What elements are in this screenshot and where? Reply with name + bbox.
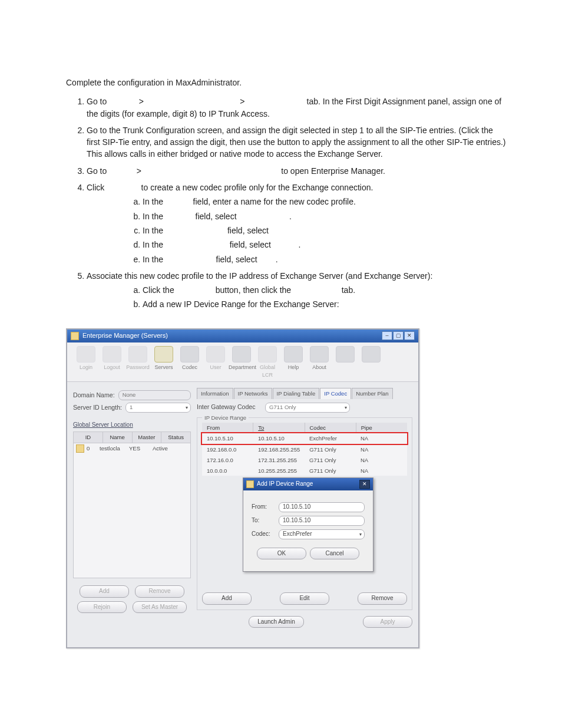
- help-icon: [284, 346, 303, 363]
- setmaster-button[interactable]: Set As Master: [133, 601, 187, 614]
- toolbar-blank1[interactable]: [332, 346, 358, 379]
- col-from[interactable]: From: [202, 423, 253, 433]
- step-5a: Click the button, then click the tab.: [143, 284, 506, 296]
- dlg-from-input[interactable]: 10.10.5.10: [279, 502, 365, 512]
- col-name[interactable]: Name: [103, 432, 133, 443]
- tab-ip-networks[interactable]: IP Networks: [234, 388, 272, 399]
- dlg-codec-label: Codec:: [252, 530, 275, 539]
- step-3: Go to > to open Enterprise Manager.: [87, 165, 506, 177]
- rejoin-button[interactable]: Rejoin: [77, 601, 127, 614]
- col-master[interactable]: Master: [133, 432, 162, 443]
- step-4e: In the field, select .: [143, 253, 506, 265]
- server-icon: [76, 444, 84, 453]
- toolbar: LoginLogoutPasswordServersCodecUserDepar…: [67, 342, 418, 382]
- dlg-to-input[interactable]: 10.10.5.10: [279, 516, 365, 526]
- domain-label: Domain Name:: [73, 391, 115, 400]
- tab-ip-codec[interactable]: IP Codec: [320, 388, 351, 399]
- window-title: Enterprise Manager (Servers): [82, 331, 168, 341]
- toolbar-about[interactable]: About: [306, 346, 332, 379]
- step-5b: Add a new IP Device Range for the Exchan…: [143, 298, 506, 310]
- dlg-codec-combo[interactable]: ExchPrefer▾: [279, 529, 365, 539]
- chevron-down-icon: ▾: [345, 404, 347, 411]
- dialog-close-button[interactable]: ✕: [359, 480, 370, 489]
- step-4: Click to create a new codec profile only…: [87, 182, 506, 265]
- gsl-heading: Global Server Location: [73, 421, 191, 430]
- step-4d: In the field, select .: [143, 239, 506, 251]
- department-icon: [232, 346, 251, 363]
- maximize-button[interactable]: ▢: [393, 331, 404, 340]
- col-to[interactable]: To: [253, 423, 305, 433]
- dialog-title: Add IP Device Range: [257, 480, 313, 489]
- dialog-titlebar[interactable]: Add IP Device Range ✕: [243, 478, 373, 490]
- app-icon: [71, 332, 79, 340]
- range-remove-button[interactable]: Remove: [358, 592, 407, 605]
- minimize-button[interactable]: –: [382, 331, 392, 340]
- range-edit-button[interactable]: Edit: [280, 592, 329, 605]
- toolbar-password[interactable]: Password: [125, 346, 151, 379]
- col-status[interactable]: Status: [161, 432, 190, 443]
- step-2: Go to the Trunk Configuration screen, an…: [87, 124, 506, 160]
- serverid-combo[interactable]: 1▾: [125, 403, 191, 413]
- about-icon: [310, 346, 329, 363]
- step-5: Associate this new codec profile to the …: [87, 270, 506, 311]
- domain-field[interactable]: None: [118, 390, 191, 400]
- server-grid[interactable]: ID Name Master Status 0 testlocla YES Ac…: [73, 431, 191, 578]
- launch-admin-button[interactable]: Launch Admin: [249, 616, 303, 628]
- codec-icon: [180, 346, 199, 363]
- apply-button[interactable]: Apply: [363, 616, 412, 628]
- dlg-cancel-button[interactable]: Cancel: [310, 548, 359, 560]
- step-1: Go to > > tab. In the First Digit Assign…: [87, 95, 506, 120]
- servers-icon: [154, 346, 173, 363]
- user-icon: [206, 346, 225, 363]
- toolbar-servers[interactable]: Servers: [151, 346, 177, 379]
- java-icon: [246, 480, 254, 488]
- enterprise-manager-window: Enterprise Manager (Servers) – ▢ ✕ Login…: [66, 328, 419, 648]
- tab-number-plan[interactable]: Number Plan: [352, 388, 392, 399]
- titlebar[interactable]: Enterprise Manager (Servers) – ▢ ✕: [67, 330, 418, 342]
- login-icon: [77, 346, 95, 363]
- toolbar-login[interactable]: Login: [73, 346, 99, 379]
- toolbar-globallcr[interactable]: Global LCR: [254, 346, 280, 379]
- ip-range-grid[interactable]: From To Codec Pipe 10.10.5.1010.10.5.10E…: [202, 423, 407, 476]
- add-ip-range-dialog: Add IP Device Range ✕ From:10.10.5.10 To…: [243, 477, 373, 572]
- toolbar-department[interactable]: Department: [229, 346, 254, 379]
- toolbar-codec[interactable]: Codec: [177, 346, 203, 379]
- server-row[interactable]: 0 testlocla YES Active: [74, 443, 190, 454]
- tabs: InformationIP NetworksIP Dialing TableIP…: [197, 388, 412, 399]
- intergw-label: Inter Gateway Codec: [197, 403, 262, 411]
- serverid-label: Server ID Length:: [73, 403, 122, 412]
- blank1-icon: [336, 346, 355, 363]
- left-panel: Domain Name: None Server ID Length: 1▾ G…: [73, 388, 191, 641]
- col-id[interactable]: ID: [74, 432, 103, 443]
- ip-range-row[interactable]: 172.16.0.0172.31.255.255G711 OnlyNA: [202, 455, 407, 466]
- ip-range-title: IP Device Range: [202, 414, 249, 422]
- right-panel: InformationIP NetworksIP Dialing TableIP…: [197, 388, 412, 641]
- dlg-ok-button[interactable]: OK: [257, 548, 306, 560]
- toolbar-blank2[interactable]: [358, 346, 384, 379]
- ip-range-row[interactable]: 192.168.0.0192.168.255.255G711 OnlyNA: [202, 444, 407, 455]
- step-4a: In the field, enter a name for the new c…: [143, 196, 506, 207]
- step-4b: In the field, select .: [143, 210, 506, 222]
- col-codec[interactable]: Codec: [305, 423, 356, 433]
- close-button[interactable]: ✕: [404, 331, 415, 340]
- intergw-combo[interactable]: G711 Only▾: [265, 403, 350, 413]
- left-add-button[interactable]: Add: [80, 585, 129, 598]
- range-add-button[interactable]: Add: [202, 592, 252, 605]
- toolbar-user[interactable]: User: [203, 346, 229, 379]
- chevron-down-icon: ▾: [186, 404, 188, 411]
- ip-range-row[interactable]: 10.10.5.1010.10.5.10ExchPreferNA: [202, 433, 407, 444]
- intro-text: Complete the configuration in MaxAdminis…: [66, 77, 506, 88]
- left-remove-button[interactable]: Remove: [135, 585, 184, 598]
- blank2-icon: [362, 346, 381, 363]
- globallcr-icon: [258, 346, 277, 363]
- password-icon: [128, 346, 147, 363]
- toolbar-logout[interactable]: Logout: [99, 346, 125, 379]
- toolbar-help[interactable]: Help: [280, 346, 306, 379]
- col-pipe[interactable]: Pipe: [356, 423, 407, 433]
- chevron-down-icon: ▾: [359, 531, 362, 538]
- ip-range-row[interactable]: 10.0.0.010.255.255.255G711 OnlyNA: [202, 466, 407, 476]
- step-4c: In the field, select: [143, 225, 506, 236]
- tab-ip-dialing-table[interactable]: IP Dialing Table: [273, 388, 320, 399]
- logout-icon: [103, 346, 121, 363]
- tab-information[interactable]: Information: [197, 388, 233, 399]
